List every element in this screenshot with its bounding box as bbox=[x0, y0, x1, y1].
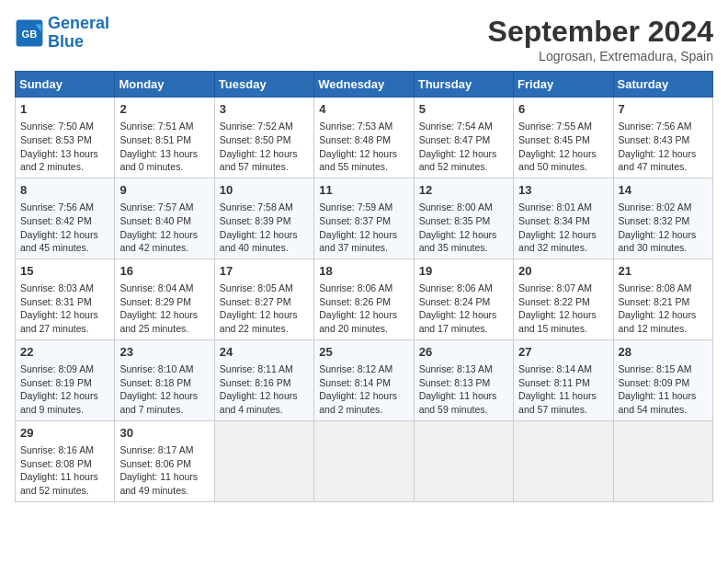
calendar-cell bbox=[613, 420, 712, 501]
day-number: 6 bbox=[518, 101, 608, 118]
day-number: 3 bbox=[220, 101, 309, 118]
day-number: 4 bbox=[319, 101, 408, 118]
calendar-cell: 10Sunrise: 7:58 AMSunset: 8:39 PMDayligh… bbox=[214, 178, 313, 259]
day-number: 29 bbox=[20, 425, 109, 442]
calendar-cell: 11Sunrise: 7:59 AMSunset: 8:37 PMDayligh… bbox=[314, 178, 414, 259]
day-number: 22 bbox=[20, 344, 109, 361]
logo-text: General Blue bbox=[48, 15, 109, 52]
calendar-header-cell: Sunday bbox=[16, 72, 115, 98]
day-number: 7 bbox=[619, 101, 708, 118]
cell-info: Sunrise: 7:50 AMSunset: 8:53 PMDaylight:… bbox=[20, 120, 109, 174]
day-number: 20 bbox=[518, 263, 608, 280]
cell-info: Sunrise: 8:00 AMSunset: 8:35 PMDaylight:… bbox=[419, 201, 508, 255]
month-title: September 2024 bbox=[488, 15, 713, 49]
calendar-cell: 1Sunrise: 7:50 AMSunset: 8:53 PMDaylight… bbox=[16, 98, 115, 178]
cell-info: Sunrise: 7:59 AMSunset: 8:37 PMDaylight:… bbox=[319, 201, 408, 255]
calendar-header-cell: Monday bbox=[115, 72, 214, 98]
day-number: 14 bbox=[619, 182, 708, 199]
cell-info: Sunrise: 8:15 AMSunset: 8:09 PMDaylight:… bbox=[619, 362, 708, 417]
title-block: September 2024 Logrosan, Extremadura, Sp… bbox=[488, 15, 713, 63]
cell-info: Sunrise: 8:06 AMSunset: 8:26 PMDaylight:… bbox=[319, 282, 408, 336]
day-number: 5 bbox=[419, 101, 508, 118]
calendar-cell: 16Sunrise: 8:04 AMSunset: 8:29 PMDayligh… bbox=[115, 259, 214, 339]
calendar-header-cell: Tuesday bbox=[214, 72, 313, 98]
calendar-header-cell: Saturday bbox=[613, 72, 712, 98]
cell-info: Sunrise: 8:10 AMSunset: 8:18 PMDaylight:… bbox=[119, 362, 209, 417]
day-number: 8 bbox=[20, 182, 109, 199]
calendar-week-row: 29Sunrise: 8:16 AMSunset: 8:08 PMDayligh… bbox=[16, 420, 713, 501]
calendar-cell: 24Sunrise: 8:11 AMSunset: 8:16 PMDayligh… bbox=[214, 339, 313, 420]
calendar-body: 1Sunrise: 7:50 AMSunset: 8:53 PMDaylight… bbox=[16, 98, 713, 502]
calendar-cell: 28Sunrise: 8:15 AMSunset: 8:09 PMDayligh… bbox=[613, 339, 712, 420]
day-number: 16 bbox=[119, 263, 209, 280]
calendar-cell: 8Sunrise: 7:56 AMSunset: 8:42 PMDaylight… bbox=[16, 178, 115, 259]
day-number: 24 bbox=[220, 344, 309, 361]
calendar-header-row: SundayMondayTuesdayWednesdayThursdayFrid… bbox=[16, 72, 713, 98]
cell-info: Sunrise: 8:04 AMSunset: 8:29 PMDaylight:… bbox=[119, 282, 209, 336]
calendar-cell: 26Sunrise: 8:13 AMSunset: 8:13 PMDayligh… bbox=[414, 339, 513, 420]
calendar-cell: 4Sunrise: 7:53 AMSunset: 8:48 PMDaylight… bbox=[314, 98, 414, 178]
cell-info: Sunrise: 7:56 AMSunset: 8:42 PMDaylight:… bbox=[20, 201, 109, 255]
cell-info: Sunrise: 7:51 AMSunset: 8:51 PMDaylight:… bbox=[119, 120, 209, 174]
calendar-cell: 9Sunrise: 7:57 AMSunset: 8:40 PMDaylight… bbox=[115, 178, 214, 259]
calendar-cell bbox=[414, 420, 513, 501]
calendar-week-row: 15Sunrise: 8:03 AMSunset: 8:31 PMDayligh… bbox=[16, 259, 713, 339]
calendar-cell: 22Sunrise: 8:09 AMSunset: 8:19 PMDayligh… bbox=[16, 339, 115, 420]
page-header: GB General Blue September 2024 Logrosan,… bbox=[15, 15, 713, 63]
calendar-cell: 29Sunrise: 8:16 AMSunset: 8:08 PMDayligh… bbox=[16, 420, 115, 501]
cell-info: Sunrise: 8:07 AMSunset: 8:22 PMDaylight:… bbox=[518, 282, 608, 336]
cell-info: Sunrise: 7:55 AMSunset: 8:45 PMDaylight:… bbox=[518, 120, 608, 174]
cell-info: Sunrise: 8:13 AMSunset: 8:13 PMDaylight:… bbox=[419, 362, 508, 417]
cell-info: Sunrise: 8:01 AMSunset: 8:34 PMDaylight:… bbox=[518, 201, 608, 255]
day-number: 21 bbox=[619, 263, 708, 280]
day-number: 12 bbox=[419, 182, 508, 199]
day-number: 9 bbox=[119, 182, 209, 199]
cell-info: Sunrise: 7:54 AMSunset: 8:47 PMDaylight:… bbox=[419, 120, 508, 174]
cell-info: Sunrise: 7:57 AMSunset: 8:40 PMDaylight:… bbox=[119, 201, 209, 255]
svg-text:GB: GB bbox=[22, 29, 38, 40]
calendar-cell: 17Sunrise: 8:05 AMSunset: 8:27 PMDayligh… bbox=[214, 259, 313, 339]
cell-info: Sunrise: 8:14 AMSunset: 8:11 PMDaylight:… bbox=[518, 362, 608, 417]
calendar-cell: 3Sunrise: 7:52 AMSunset: 8:50 PMDaylight… bbox=[214, 98, 313, 178]
day-number: 13 bbox=[518, 182, 608, 199]
calendar-cell: 21Sunrise: 8:08 AMSunset: 8:21 PMDayligh… bbox=[613, 259, 712, 339]
cell-info: Sunrise: 7:56 AMSunset: 8:43 PMDaylight:… bbox=[619, 120, 708, 174]
calendar-header-cell: Wednesday bbox=[314, 72, 414, 98]
calendar-cell bbox=[314, 420, 414, 501]
calendar-cell: 2Sunrise: 7:51 AMSunset: 8:51 PMDaylight… bbox=[115, 98, 214, 178]
calendar-cell: 30Sunrise: 8:17 AMSunset: 8:06 PMDayligh… bbox=[115, 420, 214, 501]
calendar-week-row: 22Sunrise: 8:09 AMSunset: 8:19 PMDayligh… bbox=[16, 339, 713, 420]
calendar-cell: 19Sunrise: 8:06 AMSunset: 8:24 PMDayligh… bbox=[414, 259, 513, 339]
calendar-cell: 12Sunrise: 8:00 AMSunset: 8:35 PMDayligh… bbox=[414, 178, 513, 259]
cell-info: Sunrise: 8:05 AMSunset: 8:27 PMDaylight:… bbox=[220, 282, 309, 336]
cell-info: Sunrise: 8:09 AMSunset: 8:19 PMDaylight:… bbox=[20, 362, 109, 417]
calendar-cell: 6Sunrise: 7:55 AMSunset: 8:45 PMDaylight… bbox=[514, 98, 613, 178]
logo-icon: GB bbox=[15, 18, 44, 48]
cell-info: Sunrise: 8:12 AMSunset: 8:14 PMDaylight:… bbox=[319, 362, 408, 417]
cell-info: Sunrise: 8:03 AMSunset: 8:31 PMDaylight:… bbox=[20, 282, 109, 336]
calendar-table: SundayMondayTuesdayWednesdayThursdayFrid… bbox=[15, 71, 713, 502]
calendar-cell: 7Sunrise: 7:56 AMSunset: 8:43 PMDaylight… bbox=[613, 98, 712, 178]
day-number: 19 bbox=[419, 263, 508, 280]
calendar-header-cell: Thursday bbox=[414, 72, 513, 98]
logo: GB General Blue bbox=[15, 15, 109, 52]
location-subtitle: Logrosan, Extremadura, Spain bbox=[488, 49, 713, 63]
calendar-cell: 15Sunrise: 8:03 AMSunset: 8:31 PMDayligh… bbox=[16, 259, 115, 339]
day-number: 25 bbox=[319, 344, 408, 361]
day-number: 28 bbox=[619, 344, 708, 361]
day-number: 18 bbox=[319, 263, 408, 280]
cell-info: Sunrise: 7:52 AMSunset: 8:50 PMDaylight:… bbox=[220, 120, 309, 174]
calendar-cell: 25Sunrise: 8:12 AMSunset: 8:14 PMDayligh… bbox=[314, 339, 414, 420]
cell-info: Sunrise: 7:58 AMSunset: 8:39 PMDaylight:… bbox=[220, 201, 309, 255]
day-number: 15 bbox=[20, 263, 109, 280]
day-number: 26 bbox=[419, 344, 508, 361]
calendar-cell: 27Sunrise: 8:14 AMSunset: 8:11 PMDayligh… bbox=[514, 339, 613, 420]
calendar-cell bbox=[214, 420, 313, 501]
calendar-cell: 14Sunrise: 8:02 AMSunset: 8:32 PMDayligh… bbox=[613, 178, 712, 259]
calendar-week-row: 1Sunrise: 7:50 AMSunset: 8:53 PMDaylight… bbox=[16, 98, 713, 178]
calendar-cell bbox=[514, 420, 613, 501]
calendar-cell: 20Sunrise: 8:07 AMSunset: 8:22 PMDayligh… bbox=[514, 259, 613, 339]
calendar-header-cell: Friday bbox=[514, 72, 613, 98]
cell-info: Sunrise: 8:02 AMSunset: 8:32 PMDaylight:… bbox=[619, 201, 708, 255]
cell-info: Sunrise: 8:06 AMSunset: 8:24 PMDaylight:… bbox=[419, 282, 508, 336]
